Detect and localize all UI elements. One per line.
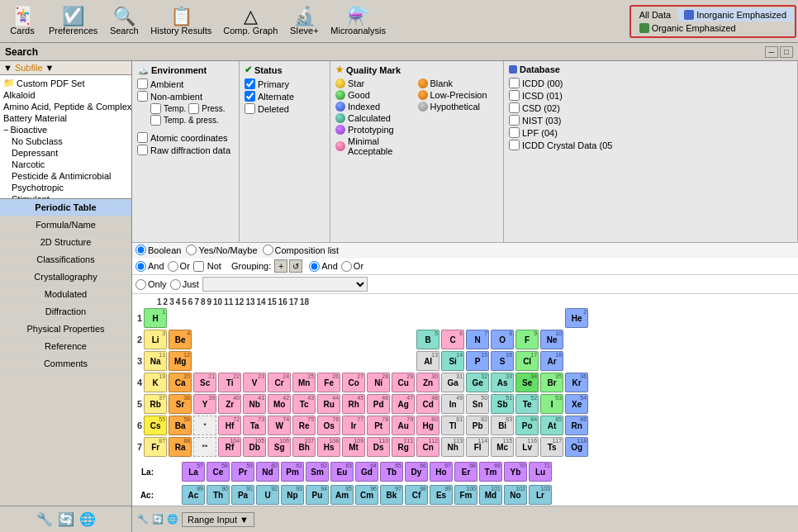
elem-Sr[interactable]: 38Sr [169, 394, 192, 414]
elem-Zn[interactable]: 30Zn [416, 373, 439, 392]
elem-C[interactable]: 6C [441, 330, 464, 349]
elem-Se[interactable]: 34Se [515, 373, 539, 392]
elem-Pd[interactable]: 46Pd [367, 394, 390, 414]
minimize-button[interactable]: ─ [765, 46, 778, 58]
temp-press-checkbox[interactable] [150, 115, 161, 126]
elem-Re[interactable]: 75Re [292, 416, 316, 435]
tree-item-custom-pdf[interactable]: 📁 Custom PDF Set [2, 77, 130, 89]
search-button[interactable]: 🔍 Search [103, 5, 145, 38]
elem-Mc[interactable]: 115Mc [491, 437, 514, 457]
elem-Sc[interactable]: 21Sc [193, 373, 216, 392]
all-data-button[interactable]: All Data [633, 8, 678, 21]
elem-Er[interactable]: 68Er [454, 462, 477, 482]
nav-diffraction[interactable]: Diffraction [0, 303, 131, 321]
boolean-radio[interactable] [135, 245, 146, 255]
bottom-icon-1[interactable]: 🔧 [137, 514, 149, 525]
elem-Ce[interactable]: 58Ce [207, 462, 230, 482]
elem-Li[interactable]: 3Li [144, 330, 167, 349]
and2-radio[interactable] [309, 261, 320, 272]
elem-Cl[interactable]: 17Cl [515, 351, 539, 371]
elem-Og[interactable]: 118Og [565, 437, 588, 457]
elem-At[interactable]: 85At [540, 416, 563, 435]
sieve-button[interactable]: 🔬 SIeve+ [283, 5, 325, 38]
elem-Pb[interactable]: 82Pb [466, 416, 489, 435]
elem-Ra[interactable]: 88Ra [169, 437, 192, 457]
elem-Tm[interactable]: 69Tm [479, 462, 502, 482]
elem-Xe[interactable]: 54Xe [565, 394, 588, 414]
grouping-refresh-btn[interactable]: ↺ [289, 259, 302, 273]
elem-Rn[interactable]: 86Rn [565, 416, 588, 435]
elem-Pu[interactable]: 94Pu [306, 485, 329, 505]
and-radio[interactable] [135, 261, 146, 272]
elem-Md[interactable]: 101Md [479, 485, 502, 505]
grouping-select[interactable] [202, 277, 368, 292]
sidebar-icon-2[interactable]: 🔄 [58, 511, 74, 527]
elem-W[interactable]: 74W [268, 416, 291, 435]
primary-checkbox[interactable] [245, 78, 255, 89]
press-checkbox[interactable] [188, 103, 199, 114]
elem-Ds[interactable]: 110Ds [367, 437, 390, 457]
elem-Cs[interactable]: 55Cs [144, 416, 167, 435]
nav-reference[interactable]: Reference [0, 338, 131, 355]
nav-crystallography[interactable]: Crystallography [0, 268, 131, 286]
elem-Rg[interactable]: 111Rg [392, 437, 415, 457]
elem-Fe[interactable]: 26Fe [317, 373, 340, 392]
elem-Ar[interactable]: 18Ar [540, 351, 563, 371]
nav-formula-name[interactable]: Formula/Name [0, 216, 131, 234]
elem-Mn[interactable]: 25Mn [292, 373, 316, 392]
elem-Po[interactable]: 84Po [515, 416, 539, 435]
elem-S[interactable]: 16S [491, 351, 514, 371]
elem-Bk[interactable]: 97Bk [380, 485, 403, 505]
elem-Yb[interactable]: 70Yb [504, 462, 527, 482]
elem-Cr[interactable]: 24Cr [268, 373, 291, 392]
elem-Es[interactable]: 99Es [430, 485, 453, 505]
elem-Ba[interactable]: 56Ba [169, 416, 192, 435]
only-radio[interactable] [135, 279, 146, 290]
elem-Bi[interactable]: 83Bi [491, 416, 514, 435]
elem-Fm[interactable]: 100Fm [454, 485, 477, 505]
elem-Cf[interactable]: 98Cf [405, 485, 428, 505]
bottom-icon-3[interactable]: 🌐 [167, 514, 178, 525]
or2-radio[interactable] [341, 261, 352, 272]
db-icdd-checkbox[interactable] [509, 78, 520, 88]
nav-physical-properties[interactable]: Physical Properties [0, 321, 131, 338]
maximize-button[interactable]: □ [780, 46, 793, 58]
elem-Au[interactable]: 79Au [392, 416, 415, 435]
elem-Lv[interactable]: 116Lv [515, 437, 539, 457]
elem-Hg[interactable]: 80Hg [416, 416, 439, 435]
tree-item-bioactive[interactable]: − Bioactive [2, 124, 130, 135]
elem-La[interactable]: 57La [182, 462, 205, 482]
elem-Os[interactable]: 76Os [317, 416, 340, 435]
raw-diffraction-checkbox[interactable] [137, 145, 148, 155]
elem-Nb[interactable]: 41Nb [243, 394, 266, 414]
elem-Bh[interactable]: 107Bh [292, 437, 316, 457]
elem-Ga[interactable]: 31Ga [441, 373, 464, 392]
elem-Fl[interactable]: 114Fl [466, 437, 489, 457]
nav-2d-structure[interactable]: 2D Structure [0, 234, 131, 251]
elem-U[interactable]: 92U [256, 485, 279, 505]
cards-button[interactable]: 🃏 Cards [2, 5, 43, 38]
tree-item-psychotropic[interactable]: Psychotropic [2, 182, 130, 193]
ambient-checkbox[interactable] [137, 78, 148, 89]
tree-item-pesticide[interactable]: Pesticide & Antimicrobial [2, 170, 130, 182]
db-csd-checkbox[interactable] [509, 102, 520, 113]
tree-item-battery[interactable]: Battery Material [2, 112, 130, 124]
non-ambient-checkbox[interactable] [137, 91, 148, 102]
elem-Nh[interactable]: 113Nh [441, 437, 464, 457]
elem-Pr[interactable]: 59Pr [231, 462, 254, 482]
elem-Eu[interactable]: 63Eu [330, 462, 354, 482]
elem-Y[interactable]: 39Y [193, 394, 216, 414]
elem-Rb[interactable]: 37Rb [144, 394, 167, 414]
elem-Nd[interactable]: 60Nd [256, 462, 279, 482]
elem-Ni[interactable]: 28Ni [367, 373, 390, 392]
elem-Pm[interactable]: 61Pm [281, 462, 304, 482]
not-checkbox[interactable] [193, 261, 204, 272]
elem-I[interactable]: 53I [540, 394, 563, 414]
tree-item-alkaloid[interactable]: Alkaloid [2, 89, 130, 101]
elem-Ta[interactable]: 73Ta [243, 416, 266, 435]
elem-Pa[interactable]: 91Pa [231, 485, 254, 505]
elem-Ts[interactable]: 117Ts [540, 437, 563, 457]
elem-Rf[interactable]: 104Rf [218, 437, 241, 457]
tree-item-stimulant[interactable]: Stimulant [2, 193, 130, 199]
nav-comments[interactable]: Comments [0, 355, 131, 373]
